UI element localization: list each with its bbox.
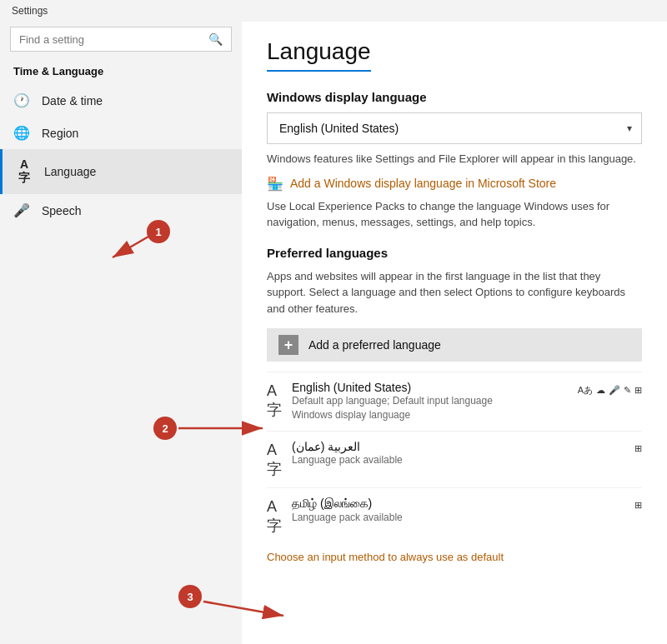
language-info: English (United States) Default app lang… xyxy=(292,381,568,422)
search-icon: 🔍 xyxy=(208,32,223,46)
language-icon: A字 xyxy=(16,157,33,186)
language-badges-tamil: ⊞ xyxy=(634,500,642,511)
title-bar-label: Settings xyxy=(12,5,48,17)
globe-icon: 🌐 xyxy=(13,125,30,141)
display-language-desc: Windows features like Settings and File … xyxy=(267,151,642,167)
add-windows-language-label: Add a Windows display language in Micros… xyxy=(290,177,556,190)
mic-icon: 🎤 xyxy=(13,202,30,218)
language-badges-arabic: ⊞ xyxy=(634,443,642,454)
title-bar: Settings xyxy=(0,0,667,22)
badge-mic-icon: 🎤 xyxy=(609,385,620,396)
display-language-dropdown[interactable]: English (United States) xyxy=(267,112,642,144)
sidebar-item-label: Date & time xyxy=(42,94,103,107)
choose-input-method-label: Choose an input method to always use as … xyxy=(267,551,504,563)
page-title: Language xyxy=(267,38,371,72)
language-az-icon: A字 xyxy=(267,382,282,420)
badge-keyboard-tamil-icon: ⊞ xyxy=(634,500,642,511)
add-preferred-language-label: Add a preferred language xyxy=(308,338,441,352)
sidebar-section-title: Time & Language xyxy=(0,62,242,84)
content-area: Language Windows display language Englis… xyxy=(242,22,667,644)
local-experience-desc: Use Local Experience Packs to change the… xyxy=(267,198,642,231)
language-item-english[interactable]: A字 English (United States) Default app l… xyxy=(267,372,642,431)
badge-keyboard-icon: Aあ xyxy=(578,384,593,397)
sidebar-item-language[interactable]: A字 Language xyxy=(0,149,242,194)
sidebar-item-label: Region xyxy=(42,127,78,140)
language-az-icon-3: A字 xyxy=(267,498,282,536)
language-name-tamil: தமிழ் (இலங்கை) xyxy=(292,497,624,511)
store-icon: 🏪 xyxy=(267,176,283,192)
badge-pen-icon: ✎ xyxy=(624,385,631,396)
badge-layout-icon: ⊞ xyxy=(634,385,642,396)
sidebar: 🔍 Time & Language 🕐 Date & time 🌐 Region… xyxy=(0,22,242,644)
sidebar-item-speech[interactable]: 🎤 Speech xyxy=(0,194,242,227)
windows-display-language-title: Windows display language xyxy=(267,90,642,104)
language-sub-tamil: Language pack available xyxy=(292,511,624,525)
badge-cloud-icon: ☁ xyxy=(596,385,605,396)
language-az-icon-2: A字 xyxy=(267,442,282,479)
add-preferred-language-button[interactable]: + Add a preferred language xyxy=(267,328,642,362)
sidebar-item-label: Language xyxy=(44,165,96,178)
language-name-arabic: العربية (عمان) xyxy=(292,440,624,453)
preferred-languages-desc: Apps and websites will appear in the fir… xyxy=(267,268,642,317)
language-sub: Default app language; Default input lang… xyxy=(292,394,568,422)
language-item-tamil[interactable]: A字 தமிழ் (இலங்கை) Language pack availabl… xyxy=(267,487,642,544)
sidebar-item-region[interactable]: 🌐 Region xyxy=(0,117,242,149)
language-name: English (United States) xyxy=(292,381,568,394)
search-input[interactable] xyxy=(19,33,203,46)
choose-input-method-link[interactable]: Choose an input method to always use as … xyxy=(267,551,642,563)
language-info-2: العربية (عمان) Language pack available xyxy=(292,440,624,467)
badge-keyboard-arabic-icon: ⊞ xyxy=(634,443,642,454)
language-info-3: தமிழ் (இலங்கை) Language pack available xyxy=(292,497,624,525)
language-item-arabic[interactable]: A字 العربية (عمان) Language pack availabl… xyxy=(267,431,642,487)
language-sub-arabic: Language pack available xyxy=(292,453,624,467)
plus-icon: + xyxy=(278,335,298,355)
display-language-dropdown-wrapper[interactable]: English (United States) ▾ xyxy=(267,112,642,144)
sidebar-item-date-time[interactable]: 🕐 Date & time xyxy=(0,84,242,117)
clock-icon: 🕐 xyxy=(13,92,30,108)
preferred-languages-title: Preferred languages xyxy=(267,246,642,260)
search-box[interactable]: 🔍 xyxy=(10,27,232,52)
language-badges: Aあ ☁ 🎤 ✎ ⊞ xyxy=(578,384,642,397)
add-windows-language-link[interactable]: 🏪 Add a Windows display language in Micr… xyxy=(267,176,642,192)
sidebar-item-label: Speech xyxy=(42,204,81,217)
